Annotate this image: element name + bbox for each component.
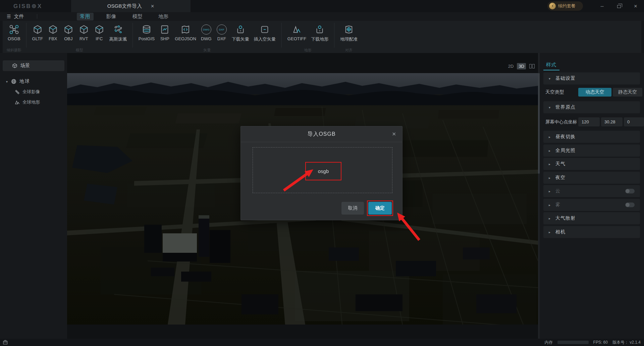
menu-tab-common[interactable]: 常用 [77,13,94,20]
document-tab-label: OSGB文件导入 [107,3,142,9]
section-camera[interactable]: ▸ 相机 [543,226,640,238]
document-tab[interactable]: OSGB文件导入 ✕ [71,0,191,12]
hamburger-icon[interactable]: ☰ [7,14,11,19]
toolbar-group-terrain: GEOTIFF 下载地形 地形 [284,21,331,53]
splat-icon [113,24,123,35]
style-panel: 样式 ▾ 基础设置 天空类型 动态天空 静态天空 ▾ 世界原点 屏幕中心点坐标 … [540,53,644,339]
chevron-right-icon: ▸ [549,176,553,180]
cube-icon [63,24,73,35]
tree-node-earth[interactable]: ▾ 地球 [0,76,67,86]
dialog-header: 导入OSGB ✕ [241,126,402,142]
menubar: ☰ 文件 常用 影像 模型 地形 [0,12,644,21]
section-basic-settings[interactable]: ▾ 基础设置 [543,72,640,84]
coord-x-input[interactable] [578,117,600,126]
selected-file-label: osgb [318,168,329,174]
toolbar-group-label: 矢量 [136,48,279,53]
download-pin-icon [315,24,325,35]
toolbar-group-vector: PostGIS SHP GEOJSON DWG DWG DXF DXF 下载矢量 [136,21,279,53]
sky-type-row: 天空类型 动态天空 静态天空 [543,88,640,97]
gisbox-window: GISB⊕X OSGB文件导入 ✕ ⚡ 续约套餐 ─ ✕ ☰ 文件 常用 影像 … [0,0,644,346]
bolt-icon: ⚡ [549,3,556,9]
mode-2d-button[interactable]: 2D [508,64,514,69]
version-label: 版本号： v2.1.4 [612,340,641,345]
section-global-lighting[interactable]: ▸ 全局光照 [543,145,640,157]
satellite-icon [15,90,20,95]
section-world-origin[interactable]: ▾ 世界原点 [543,101,640,113]
chevron-right-icon: ▸ [549,162,553,166]
section-atmospheric-scattering[interactable]: ▸ 大气散射 [543,212,640,224]
tree-node-global-imagery[interactable]: 全球影像 [0,87,67,97]
scene-layers-icon[interactable] [3,340,8,346]
toolbar: OSGB 倾斜摄影 GLTF FBX OBJ RVT [3,21,641,53]
confirm-button[interactable]: 确定 [368,202,392,215]
clouds-toggle[interactable] [625,189,635,193]
section-clouds[interactable]: ▸ 云 [543,185,640,197]
sky-static-button[interactable]: 静态天空 [613,88,642,97]
cube-icon [94,24,104,35]
titlebar: GISB⊕X OSGB文件导入 ✕ ⚡ 续约套餐 ─ ✕ [0,0,644,12]
tree-node-global-terrain[interactable]: 全球地形 [0,98,67,107]
restore-button[interactable] [610,0,627,12]
sky-type-label: 天空类型 [545,89,564,95]
tab-close-icon[interactable]: ✕ [151,4,154,9]
fps-indicator: FPS: 60 [593,340,608,345]
terrain-icon [15,100,20,105]
menu-tab-terrain[interactable]: 地形 [155,13,172,20]
cube-icon [33,24,43,35]
section-weather[interactable]: ▸ 天气 [543,158,640,170]
toolbar-group-label: 模型 [29,48,130,53]
memory-label: 内存 [545,340,553,345]
scene-cube-icon [12,63,17,68]
close-button[interactable]: ✕ [627,0,644,12]
split-view-icon[interactable] [529,64,535,68]
dialog-close-icon[interactable]: ✕ [392,131,396,137]
toolbar-group-model: GLTF FBX OBJ RVT IFC 高斯泼溅 模型 [29,21,130,53]
drone-icon [9,24,19,35]
chevron-right-icon: ▸ [549,203,553,207]
statusbar: 内存 FPS: 60 版本号： v2.1.4 [0,339,644,346]
toolbar-divider [26,23,26,48]
menu-file[interactable]: 文件 [14,13,24,20]
statusbar-metrics: 内存 FPS: 60 版本号： v2.1.4 [545,339,641,346]
tab-style-underline [543,70,559,70]
memory-progress-bar [557,341,589,344]
toolbar-divider [281,23,282,48]
chevron-right-icon: ▸ [549,189,553,193]
toolbar-group-align: 地理配准 对齐 [337,21,361,53]
renew-plan-label: 续约套餐 [558,3,576,9]
code-map-icon [180,24,191,35]
renew-plan-button[interactable]: ⚡ 续约套餐 [547,1,583,11]
screen-center-label: 屏幕中心点坐标 [545,119,577,125]
scene-label: 场景 [20,63,30,69]
menu-tab-imagery[interactable]: 影像 [103,13,120,20]
window-controls: ─ ✕ [594,0,644,12]
mode-3d-button[interactable]: 3D [517,63,526,69]
sky-dynamic-button[interactable]: 动态天空 [578,88,611,97]
sidebar-item-scene[interactable]: 场景 [3,60,64,71]
chevron-right-icon: ▸ [549,135,553,139]
polyline-doc-icon [160,24,170,35]
section-day-night[interactable]: ▸ 昼夜切换 [543,131,640,143]
coord-y-input[interactable] [601,117,623,126]
toolbar-group-oblique: OSGB 倾斜摄影 [5,21,23,53]
menu-tab-model[interactable]: 模型 [129,13,146,20]
minimize-button[interactable]: ─ [594,0,610,12]
menu-divider [37,14,37,19]
selected-file-highlight[interactable]: osgb [305,162,341,180]
restore-icon [617,5,621,8]
download-pin-icon [235,24,246,35]
database-icon [142,24,152,35]
section-fog[interactable]: ▸ 雾 [543,199,640,211]
coord-z-input[interactable] [624,117,644,126]
dwg-circle-icon: DWG [201,24,211,35]
tab-style[interactable]: 样式 [546,62,556,68]
toolbar-divider [132,23,133,48]
scene-sidebar: 场景 ▾ 地球 全球影像 全球地形 [0,53,67,339]
fog-toggle[interactable] [625,203,635,207]
chevron-down-icon[interactable]: ▾ [6,80,8,83]
terrain-icon [292,24,302,35]
section-night-sky[interactable]: ▸ 夜空 [543,172,640,184]
cancel-button[interactable]: 取消 [341,202,364,215]
chevron-down-icon: ▾ [549,77,553,80]
confirm-highlight-box: 确定 [367,200,393,216]
